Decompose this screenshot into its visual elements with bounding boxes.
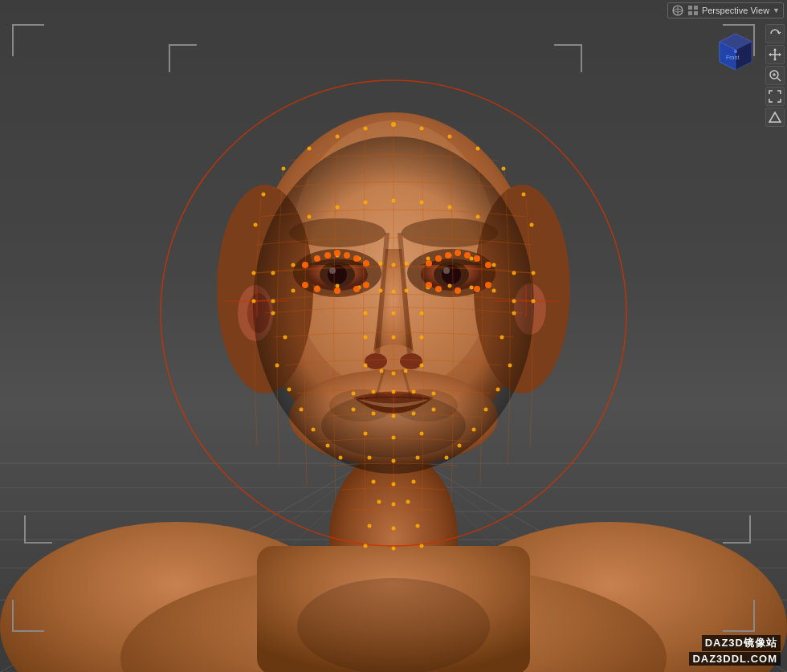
toolbar-top: Perspective View ▼ xyxy=(0,0,787,20)
svg-point-155 xyxy=(512,312,516,316)
svg-point-83 xyxy=(492,263,496,267)
grid-icon xyxy=(687,5,699,16)
zoom-icon xyxy=(769,69,781,82)
svg-point-125 xyxy=(368,456,372,460)
svg-point-59 xyxy=(364,127,368,131)
svg-point-101 xyxy=(364,312,368,316)
watermark: DAZ3D镜像站 DAZ3DDL.COM xyxy=(689,635,781,666)
svg-point-148 xyxy=(283,336,287,340)
svg-point-127 xyxy=(416,456,420,460)
svg-point-108 xyxy=(380,369,384,373)
globe-icon xyxy=(671,4,684,17)
svg-point-129 xyxy=(392,483,396,487)
svg-point-175 xyxy=(426,260,432,267)
svg-point-152 xyxy=(312,428,316,432)
3d-viewport[interactable]: Perspective View ▼ xyxy=(0,0,787,672)
svg-point-163 xyxy=(302,262,308,268)
zoom-tool-button[interactable] xyxy=(765,66,785,85)
svg-point-102 xyxy=(392,312,396,316)
svg-marker-203 xyxy=(769,112,781,122)
svg-point-180 xyxy=(474,255,480,262)
svg-point-100 xyxy=(532,299,536,303)
svg-point-61 xyxy=(336,135,340,139)
svg-point-177 xyxy=(445,252,451,259)
svg-point-169 xyxy=(363,260,369,267)
svg-point-176 xyxy=(435,255,442,262)
svg-point-173 xyxy=(353,286,360,292)
view-label: Perspective View xyxy=(702,6,769,15)
fit-icon xyxy=(769,90,781,103)
svg-point-114 xyxy=(392,390,396,394)
svg-marker-198 xyxy=(779,53,781,56)
svg-point-157 xyxy=(508,364,512,368)
svg-point-174 xyxy=(363,282,369,288)
svg-point-99 xyxy=(512,299,516,303)
svg-point-149 xyxy=(275,364,279,368)
svg-point-178 xyxy=(455,250,461,256)
svg-point-181 xyxy=(485,262,491,268)
svg-point-93 xyxy=(392,290,396,294)
svg-point-156 xyxy=(500,336,504,340)
svg-rect-192 xyxy=(694,11,698,15)
svg-point-142 xyxy=(420,201,424,205)
svg-point-77 xyxy=(379,262,383,266)
svg-point-105 xyxy=(392,336,396,340)
svg-point-68 xyxy=(522,193,526,197)
orientation-cube[interactable]: Front xyxy=(712,26,760,74)
svg-point-97 xyxy=(470,286,474,290)
svg-point-115 xyxy=(412,390,416,394)
svg-point-122 xyxy=(364,432,368,436)
svg-rect-191 xyxy=(688,11,692,15)
svg-point-66 xyxy=(502,167,506,171)
svg-point-138 xyxy=(392,547,396,551)
svg-point-131 xyxy=(377,500,381,504)
svg-rect-190 xyxy=(694,6,698,10)
svg-rect-189 xyxy=(688,6,692,10)
svg-point-70 xyxy=(530,223,534,227)
svg-point-158 xyxy=(496,388,500,392)
svg-point-183 xyxy=(435,286,442,292)
svg-point-65 xyxy=(282,167,286,171)
svg-point-146 xyxy=(476,215,480,219)
rotate-tool-button[interactable] xyxy=(765,24,785,43)
svg-point-84 xyxy=(512,271,516,275)
svg-point-67 xyxy=(262,193,266,197)
svg-point-164 xyxy=(314,255,320,262)
svg-point-184 xyxy=(455,287,461,294)
svg-point-159 xyxy=(484,408,488,412)
svg-point-147 xyxy=(271,312,275,316)
svg-text:Front: Front xyxy=(726,55,739,60)
svg-point-121 xyxy=(432,408,436,412)
svg-point-110 xyxy=(404,369,408,373)
svg-point-104 xyxy=(364,336,368,340)
svg-point-140 xyxy=(364,201,368,205)
pan-tool-button[interactable] xyxy=(765,45,785,64)
svg-point-113 xyxy=(372,390,376,394)
svg-point-167 xyxy=(344,252,350,259)
svg-point-25 xyxy=(297,578,490,672)
home-tool-button[interactable] xyxy=(765,108,785,127)
svg-point-106 xyxy=(420,336,424,340)
svg-point-151 xyxy=(300,408,304,412)
svg-point-71 xyxy=(252,271,256,275)
svg-point-144 xyxy=(448,206,452,210)
svg-point-87 xyxy=(271,299,275,303)
svg-point-161 xyxy=(458,444,462,448)
svg-point-120 xyxy=(412,412,416,416)
svg-point-94 xyxy=(405,289,409,293)
svg-point-185 xyxy=(474,286,480,292)
up-arrow-icon xyxy=(769,111,781,124)
watermark-line2: DAZ3DDL.COM xyxy=(689,652,781,666)
svg-point-124 xyxy=(420,432,424,436)
svg-point-130 xyxy=(412,480,416,484)
svg-point-103 xyxy=(420,312,424,316)
svg-point-128 xyxy=(372,480,376,484)
svg-point-171 xyxy=(314,286,320,292)
svg-point-139 xyxy=(420,544,424,548)
fit-tool-button[interactable] xyxy=(765,87,785,106)
svg-point-116 xyxy=(432,392,436,396)
svg-point-141 xyxy=(392,199,396,203)
svg-point-107 xyxy=(364,364,368,368)
svg-point-137 xyxy=(364,544,368,548)
svg-point-118 xyxy=(372,412,376,416)
